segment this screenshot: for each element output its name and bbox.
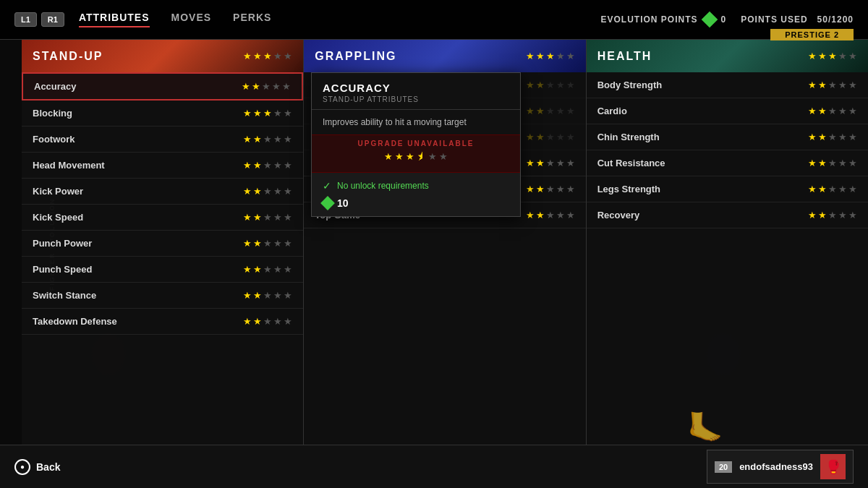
- attr-switch-stance-stars: ★ ★ ★ ★ ★: [243, 290, 292, 301]
- evolution-points: EVOLUTION POINTS 0: [601, 14, 727, 25]
- health-legs-strength[interactable]: Legs Strength ★ ★ ★ ★ ★: [587, 176, 868, 202]
- tooltip-title: ACCURACY: [323, 82, 509, 94]
- health-chin-strength-label: Chin Strength: [597, 132, 660, 142]
- attr-blocking-label: Blocking: [33, 108, 72, 119]
- back-circle-icon: ●: [14, 459, 30, 475]
- player-level: 20: [715, 461, 732, 473]
- attr-footwork-stars: ★ ★ ★ ★ ★: [243, 134, 292, 145]
- standup-body: Accuracy ★ ★ ★ ★ ★ Blocking ★ ★ ★ ★ ★: [22, 72, 303, 445]
- tooltip-header: ACCURACY STAND-UP ATTRIBUTES: [312, 73, 520, 110]
- cost-row: 10: [323, 197, 509, 209]
- health-title: HEALTH: [597, 50, 652, 63]
- health-legs-strength-label: Legs Strength: [597, 184, 660, 194]
- attr-kick-power-label: Kick Power: [33, 186, 83, 197]
- health-chin-strength[interactable]: Chin Strength ★ ★ ★ ★ ★: [587, 124, 868, 150]
- attr-punch-speed-stars: ★ ★ ★ ★ ★: [243, 264, 292, 275]
- nav-buttons: L1 R1: [14, 12, 64, 27]
- r1-button[interactable]: R1: [41, 12, 64, 27]
- health-body: Body Strength ★ ★ ★ ★ ★ Cardio ★ ★ ★ ★ ★: [587, 72, 868, 445]
- prestige-bar: PRESTIGE 2: [770, 29, 854, 40]
- attr-kick-speed[interactable]: Kick Speed ★ ★ ★ ★ ★: [22, 205, 303, 231]
- health-recovery-label: Recovery: [597, 210, 640, 221]
- attr-punch-power[interactable]: Punch Power ★ ★ ★ ★ ★: [22, 231, 303, 257]
- attr-takedown-defense[interactable]: Takedown Defense ★ ★ ★ ★ ★: [22, 309, 303, 335]
- player-name: endofsadness93: [739, 461, 813, 472]
- star-5: ★: [284, 51, 292, 61]
- attr-kick-power[interactable]: Kick Power ★ ★ ★ ★ ★: [22, 179, 303, 205]
- attr-punch-power-stars: ★ ★ ★ ★ ★: [243, 238, 292, 249]
- health-body-strength-label: Body Strength: [597, 80, 663, 90]
- star-1: ★: [243, 51, 252, 61]
- tooltip-subtitle: STAND-UP ATTRIBUTES: [323, 95, 509, 103]
- points-used-container: POINTS USED 50/1200: [741, 14, 854, 25]
- unlock-req-label: No unlock requirements: [337, 181, 429, 191]
- health-cardio-label: Cardio: [597, 106, 627, 116]
- grappling-title: GRAPPLING: [315, 50, 396, 63]
- points-used-label: POINTS USED: [741, 14, 807, 25]
- attr-punch-speed-label: Punch Speed: [33, 264, 92, 275]
- bottom-bar: ● Back 20 endofsadness93 🥊: [0, 445, 868, 488]
- attr-blocking[interactable]: Blocking ★ ★ ★ ★ ★: [22, 100, 303, 127]
- grappling-stars: ★ ★ ★ ★ ★: [526, 51, 575, 61]
- fighter-feet: 🦶: [687, 411, 723, 445]
- standup-stars: ★ ★ ★ ★ ★: [243, 51, 292, 61]
- player-avatar: 🥊: [820, 454, 846, 479]
- top-nav: L1 R1 ATTRIBUTES MOVES PERKS EVOLUTION P…: [0, 0, 868, 40]
- health-cardio[interactable]: Cardio ★ ★ ★ ★ ★: [587, 98, 868, 124]
- top-right: EVOLUTION POINTS 0 POINTS USED 50/1200: [601, 14, 854, 25]
- evolution-points-value: 0: [721, 14, 727, 25]
- l1-button[interactable]: L1: [14, 12, 37, 27]
- attr-footwork-label: Footwork: [33, 134, 75, 145]
- attr-kick-power-stars: ★ ★ ★ ★ ★: [243, 186, 292, 197]
- health-cut-resistance-label: Cut Resistance: [597, 158, 665, 168]
- attr-kick-speed-label: Kick Speed: [33, 212, 83, 223]
- diamond-icon: [701, 12, 718, 28]
- tooltip-unlock: ✓ No unlock requirements 10: [312, 173, 520, 216]
- tooltip-description: Improves ability to hit a moving target: [312, 110, 520, 134]
- health-body-strength[interactable]: Body Strength ★ ★ ★ ★ ★: [587, 72, 868, 98]
- standup-header: STAND-UP ★ ★ ★ ★ ★: [22, 40, 303, 72]
- tooltip-popup: ACCURACY STAND-UP ATTRIBUTES Improves ab…: [311, 72, 521, 217]
- attr-accuracy-stars: ★ ★ ★ ★ ★: [242, 81, 291, 92]
- attr-blocking-stars: ★ ★ ★ ★ ★: [243, 108, 292, 119]
- attr-switch-stance[interactable]: Switch Stance ★ ★ ★ ★ ★: [22, 283, 303, 309]
- standup-column: STAND-UP ★ ★ ★ ★ ★ Accuracy ★ ★ ★ ★ ★: [22, 40, 304, 445]
- health-header: HEALTH ★ ★ ★ ★ ★: [587, 40, 868, 72]
- cost-number: 10: [337, 197, 349, 209]
- health-column: HEALTH ★ ★ ★ ★ ★ Body Strength ★ ★ ★ ★ ★: [587, 40, 868, 445]
- grappling-header: GRAPPLING ★ ★ ★ ★ ★: [304, 40, 585, 72]
- attr-head-movement-stars: ★ ★ ★ ★ ★: [243, 160, 292, 171]
- unlock-req: ✓ No unlock requirements: [323, 180, 509, 192]
- attr-takedown-defense-stars: ★ ★ ★ ★ ★: [243, 316, 292, 327]
- back-label: Back: [36, 461, 60, 473]
- attr-head-movement-label: Head Movement: [33, 160, 105, 171]
- attr-accuracy[interactable]: Accuracy ★ ★ ★ ★ ★: [22, 72, 303, 100]
- health-cut-resistance[interactable]: Cut Resistance ★ ★ ★ ★ ★: [587, 150, 868, 176]
- tab-attributes[interactable]: ATTRIBUTES: [79, 12, 150, 27]
- upgrade-unavailable-text: UPGRADE UNAVAILABLE: [323, 140, 509, 147]
- back-button[interactable]: ● Back: [14, 459, 60, 475]
- attr-takedown-defense-label: Takedown Defense: [33, 316, 117, 327]
- star-2: ★: [253, 51, 262, 61]
- health-recovery[interactable]: Recovery ★ ★ ★ ★ ★: [587, 202, 868, 228]
- attr-punch-speed[interactable]: Punch Speed ★ ★ ★ ★ ★: [22, 257, 303, 283]
- tab-moves[interactable]: MOVES: [171, 12, 212, 27]
- attr-switch-stance-label: Switch Stance: [33, 290, 96, 301]
- attr-head-movement[interactable]: Head Movement ★ ★ ★ ★ ★: [22, 153, 303, 179]
- star-4: ★: [273, 51, 282, 61]
- attr-footwork[interactable]: Footwork ★ ★ ★ ★ ★: [22, 127, 303, 153]
- standup-title: STAND-UP: [33, 50, 103, 63]
- attr-kick-speed-stars: ★ ★ ★ ★ ★: [243, 212, 292, 223]
- evolution-points-label: EVOLUTION POINTS: [601, 14, 698, 25]
- check-mark-icon: ✓: [323, 180, 331, 192]
- star-3: ★: [263, 51, 272, 61]
- upgrade-unavailable-bar: UPGRADE UNAVAILABLE ★ ★ ★ ⯨ ★ ★: [312, 134, 520, 173]
- nav-tabs: ATTRIBUTES MOVES PERKS: [79, 12, 601, 27]
- attr-accuracy-label: Accuracy: [34, 81, 77, 92]
- cost-diamond-icon: [320, 196, 335, 210]
- tab-perks[interactable]: PERKS: [233, 12, 271, 27]
- player-info: 20 endofsadness93 🥊: [707, 450, 854, 484]
- health-stars: ★ ★ ★ ★ ★: [808, 51, 857, 61]
- points-used-value: 50/1200: [817, 14, 854, 25]
- attr-punch-power-label: Punch Power: [33, 238, 92, 249]
